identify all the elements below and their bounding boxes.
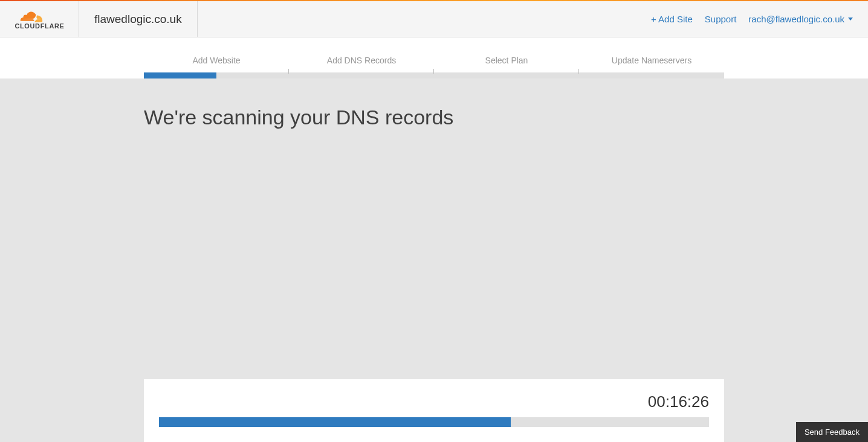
onboarding-steps: Add Website Add DNS Records Select Plan … <box>0 37 868 78</box>
step-add-dns-records: Add DNS Records <box>289 56 434 72</box>
main-content: We're scanning your DNS records <box>0 78 868 129</box>
steps-progress-fill <box>144 72 216 78</box>
cloudflare-logo-icon: CLOUDFLARE <box>8 8 71 30</box>
scan-timer: 00:16:26 <box>159 392 709 411</box>
scan-progress-fill <box>159 417 511 427</box>
chevron-down-icon <box>848 18 853 21</box>
step-select-plan: Select Plan <box>434 56 579 72</box>
steps-progress-bar <box>144 72 724 78</box>
header: CLOUDFLARE flawedlogic.co.uk + Add Site … <box>0 1 868 37</box>
support-link[interactable]: Support <box>705 14 737 24</box>
svg-text:CLOUDFLARE: CLOUDFLARE <box>15 22 64 30</box>
user-menu[interactable]: rach@flawedlogic.co.uk <box>748 14 853 24</box>
user-email: rach@flawedlogic.co.uk <box>748 14 844 24</box>
scan-panel: 00:16:26 <box>144 379 724 442</box>
send-feedback-button[interactable]: Send Feedback <box>796 422 868 442</box>
site-domain[interactable]: flawedlogic.co.uk <box>79 1 198 37</box>
page-title: We're scanning your DNS records <box>144 106 724 129</box>
add-site-link[interactable]: + Add Site <box>651 14 693 24</box>
scan-progress-bar <box>159 417 709 427</box>
step-add-website: Add Website <box>144 56 289 72</box>
cloudflare-logo[interactable]: CLOUDFLARE <box>0 1 79 37</box>
step-update-nameservers: Update Nameservers <box>579 56 724 72</box>
